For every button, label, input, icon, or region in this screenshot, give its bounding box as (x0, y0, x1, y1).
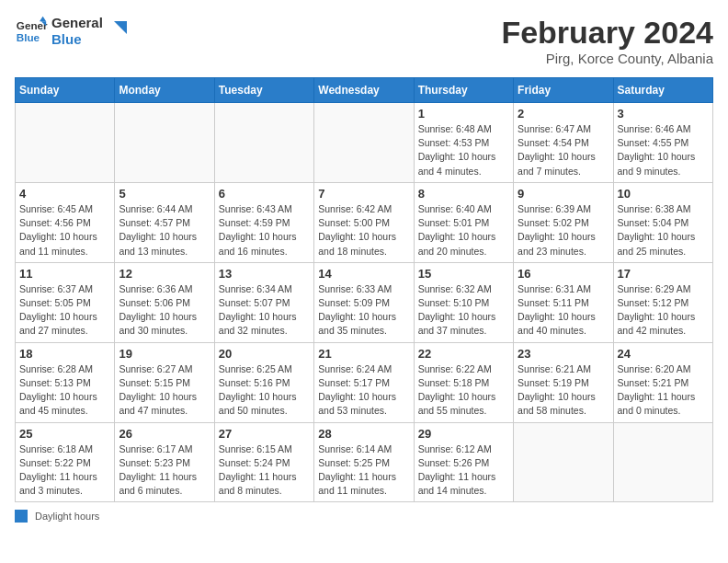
day-info: Sunrise: 6:21 AM Sunset: 5:19 PM Dayligh… (518, 362, 609, 419)
logo-blue: Blue (51, 31, 103, 48)
day-number: 10 (618, 187, 709, 201)
calendar-cell (214, 103, 313, 183)
day-info: Sunrise: 6:33 AM Sunset: 5:09 PM Dayligh… (318, 282, 409, 339)
day-info: Sunrise: 6:38 AM Sunset: 5:04 PM Dayligh… (618, 202, 709, 259)
day-info: Sunrise: 6:45 AM Sunset: 4:56 PM Dayligh… (19, 202, 110, 259)
day-number: 3 (618, 107, 709, 121)
day-number: 24 (618, 347, 709, 361)
calendar-cell: 14Sunrise: 6:33 AM Sunset: 5:09 PM Dayli… (314, 262, 414, 342)
day-number: 11 (19, 267, 110, 281)
day-info: Sunrise: 6:37 AM Sunset: 5:05 PM Dayligh… (19, 282, 110, 339)
day-info: Sunrise: 6:14 AM Sunset: 5:25 PM Dayligh… (318, 442, 409, 499)
weekday-header-friday: Friday (514, 78, 613, 103)
day-number: 28 (318, 427, 409, 441)
location: Pirg, Korce County, Albania (501, 51, 713, 66)
day-info: Sunrise: 6:18 AM Sunset: 5:22 PM Dayligh… (19, 442, 110, 499)
calendar-cell: 25Sunrise: 6:18 AM Sunset: 5:22 PM Dayli… (16, 422, 115, 502)
logo-icon: General Blue (15, 15, 48, 48)
day-info: Sunrise: 6:39 AM Sunset: 5:02 PM Dayligh… (518, 202, 609, 259)
day-number: 2 (518, 107, 609, 121)
day-info: Sunrise: 6:43 AM Sunset: 4:59 PM Dayligh… (219, 202, 310, 259)
day-info: Sunrise: 6:24 AM Sunset: 5:17 PM Dayligh… (318, 362, 409, 419)
day-number: 14 (318, 267, 409, 281)
day-info: Sunrise: 6:44 AM Sunset: 4:57 PM Dayligh… (119, 202, 210, 259)
day-info: Sunrise: 6:29 AM Sunset: 5:12 PM Dayligh… (618, 282, 709, 339)
calendar-cell: 9Sunrise: 6:39 AM Sunset: 5:02 PM Daylig… (514, 182, 613, 262)
day-number: 19 (119, 347, 210, 361)
calendar-cell: 1Sunrise: 6:48 AM Sunset: 4:53 PM Daylig… (414, 103, 513, 183)
day-number: 15 (418, 267, 509, 281)
calendar-cell: 2Sunrise: 6:47 AM Sunset: 4:54 PM Daylig… (514, 103, 613, 183)
day-info: Sunrise: 6:32 AM Sunset: 5:10 PM Dayligh… (418, 282, 509, 339)
day-info: Sunrise: 6:36 AM Sunset: 5:06 PM Dayligh… (119, 282, 210, 339)
day-number: 21 (318, 347, 409, 361)
day-number: 20 (219, 347, 310, 361)
day-number: 7 (318, 187, 409, 201)
weekday-header-monday: Monday (115, 78, 214, 103)
calendar-cell: 16Sunrise: 6:31 AM Sunset: 5:11 PM Dayli… (514, 262, 613, 342)
day-number: 6 (219, 187, 310, 201)
calendar-cell (115, 103, 214, 183)
day-number: 22 (418, 347, 509, 361)
day-number: 25 (19, 427, 110, 441)
calendar-cell: 27Sunrise: 6:15 AM Sunset: 5:24 PM Dayli… (214, 422, 313, 502)
calendar-cell: 17Sunrise: 6:29 AM Sunset: 5:12 PM Dayli… (613, 262, 712, 342)
calendar-week-row: 1Sunrise: 6:48 AM Sunset: 4:53 PM Daylig… (16, 103, 713, 183)
calendar-cell: 26Sunrise: 6:17 AM Sunset: 5:23 PM Dayli… (115, 422, 214, 502)
day-number: 27 (219, 427, 310, 441)
weekday-header-wednesday: Wednesday (314, 78, 414, 103)
calendar-week-row: 11Sunrise: 6:37 AM Sunset: 5:05 PM Dayli… (16, 262, 713, 342)
calendar-cell: 3Sunrise: 6:46 AM Sunset: 4:55 PM Daylig… (613, 103, 712, 183)
day-info: Sunrise: 6:47 AM Sunset: 4:54 PM Dayligh… (518, 122, 609, 178)
day-number: 12 (119, 267, 210, 281)
calendar-cell: 15Sunrise: 6:32 AM Sunset: 5:10 PM Dayli… (414, 262, 513, 342)
calendar-cell (16, 103, 115, 183)
calendar-cell: 29Sunrise: 6:12 AM Sunset: 5:26 PM Dayli… (414, 422, 513, 502)
page-header: General Blue General Blue February 2024 … (15, 15, 713, 66)
calendar-cell: 10Sunrise: 6:38 AM Sunset: 5:04 PM Dayli… (613, 182, 712, 262)
calendar-cell: 23Sunrise: 6:21 AM Sunset: 5:19 PM Dayli… (514, 342, 613, 422)
day-info: Sunrise: 6:48 AM Sunset: 4:53 PM Dayligh… (418, 122, 509, 178)
day-number: 8 (418, 187, 509, 201)
calendar-cell: 12Sunrise: 6:36 AM Sunset: 5:06 PM Dayli… (115, 262, 214, 342)
logo-general: General (51, 15, 103, 31)
day-info: Sunrise: 6:28 AM Sunset: 5:13 PM Dayligh… (19, 362, 110, 419)
calendar-cell: 11Sunrise: 6:37 AM Sunset: 5:05 PM Dayli… (16, 262, 115, 342)
calendar-week-row: 4Sunrise: 6:45 AM Sunset: 4:56 PM Daylig… (16, 182, 713, 262)
calendar-cell (314, 103, 414, 183)
day-number: 26 (119, 427, 210, 441)
svg-text:Blue: Blue (17, 31, 40, 43)
calendar-cell: 4Sunrise: 6:45 AM Sunset: 4:56 PM Daylig… (16, 182, 115, 262)
day-number: 5 (119, 187, 210, 201)
logo-triangle-icon (107, 21, 127, 41)
day-info: Sunrise: 6:22 AM Sunset: 5:18 PM Dayligh… (418, 362, 509, 419)
day-info: Sunrise: 6:42 AM Sunset: 5:00 PM Dayligh… (318, 202, 409, 259)
logo: General Blue General Blue (15, 15, 127, 48)
day-number: 1 (418, 107, 509, 121)
title-block: February 2024 Pirg, Korce County, Albani… (501, 15, 713, 66)
calendar-cell: 7Sunrise: 6:42 AM Sunset: 5:00 PM Daylig… (314, 182, 414, 262)
month-title: February 2024 (501, 15, 713, 51)
day-info: Sunrise: 6:25 AM Sunset: 5:16 PM Dayligh… (219, 362, 310, 419)
day-number: 29 (418, 427, 509, 441)
svg-marker-4 (114, 21, 127, 34)
calendar-cell: 24Sunrise: 6:20 AM Sunset: 5:21 PM Dayli… (613, 342, 712, 422)
weekday-header-row: SundayMondayTuesdayWednesdayThursdayFrid… (16, 78, 713, 103)
day-number: 18 (19, 347, 110, 361)
day-info: Sunrise: 6:31 AM Sunset: 5:11 PM Dayligh… (518, 282, 609, 339)
legend-color-box (15, 510, 28, 523)
calendar-cell (613, 422, 712, 502)
weekday-header-sunday: Sunday (16, 78, 115, 103)
calendar-table: SundayMondayTuesdayWednesdayThursdayFrid… (15, 77, 713, 502)
day-number: 16 (518, 267, 609, 281)
weekday-header-thursday: Thursday (414, 78, 513, 103)
weekday-header-saturday: Saturday (613, 78, 712, 103)
calendar-week-row: 25Sunrise: 6:18 AM Sunset: 5:22 PM Dayli… (16, 422, 713, 502)
day-number: 23 (518, 347, 609, 361)
day-info: Sunrise: 6:27 AM Sunset: 5:15 PM Dayligh… (119, 362, 210, 419)
calendar-cell: 5Sunrise: 6:44 AM Sunset: 4:57 PM Daylig… (115, 182, 214, 262)
day-info: Sunrise: 6:17 AM Sunset: 5:23 PM Dayligh… (119, 442, 210, 499)
calendar-cell: 22Sunrise: 6:22 AM Sunset: 5:18 PM Dayli… (414, 342, 513, 422)
day-info: Sunrise: 6:12 AM Sunset: 5:26 PM Dayligh… (418, 442, 509, 499)
calendar-cell (514, 422, 613, 502)
